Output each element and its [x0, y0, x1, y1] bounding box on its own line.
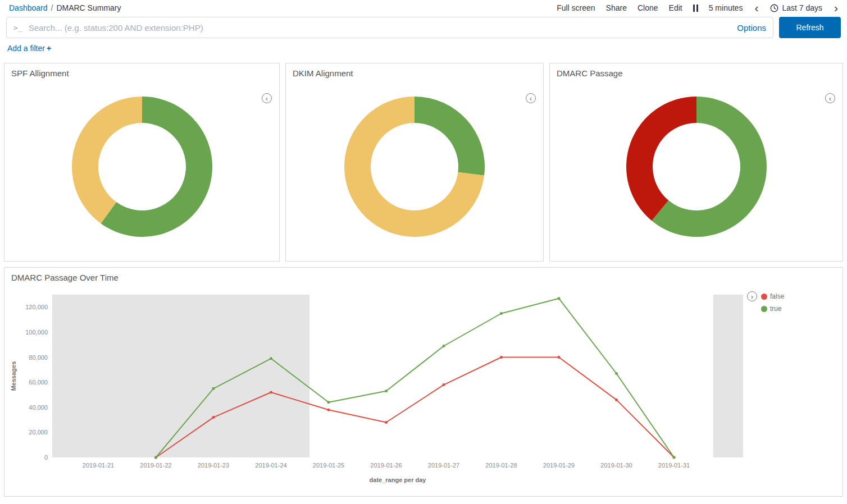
x-axis-tick-label: 2019-01-23 [198, 462, 229, 469]
x-axis-tick-label: 2019-01-31 [658, 462, 690, 469]
pause-bar [693, 4, 695, 12]
y-axis-tick-label: 100,000 [25, 329, 48, 336]
search-bar: >_ Options Refresh [0, 17, 847, 38]
refresh-interval-button[interactable]: 5 minutes [709, 3, 743, 12]
data-point[interactable] [673, 456, 676, 459]
y-axis-tick-label: 60,000 [29, 379, 48, 386]
y-axis-tick-label: 40,000 [29, 404, 48, 411]
y-axis-tick-label: 120,000 [25, 304, 48, 310]
donut-segment[interactable] [626, 97, 696, 221]
time-range-label: Last 7 days [782, 3, 822, 12]
data-point[interactable] [327, 401, 330, 404]
data-point[interactable] [327, 409, 330, 411]
legend-toggle-icon[interactable]: › [747, 291, 757, 301]
time-back-icon[interactable]: ‹ [753, 4, 759, 12]
data-point[interactable] [154, 456, 157, 459]
panel-dmarc-passage-over-time: DMARC Passage Over Time 020,00040,00060,… [4, 267, 843, 497]
refresh-button[interactable]: Refresh [779, 17, 841, 38]
y-axis-tick-label: 0 [44, 454, 48, 461]
filter-bar: Add a filter+ [0, 38, 847, 60]
data-point[interactable] [615, 398, 618, 401]
panel-title: DMARC Passage [550, 63, 843, 78]
x-axis-tick-label: 2019-01-25 [313, 462, 344, 469]
data-point[interactable] [500, 312, 503, 315]
time-range-button[interactable]: Last 7 days [770, 3, 822, 12]
add-filter-label: Add a filter [7, 44, 45, 53]
legend-item-false[interactable]: false [761, 292, 784, 300]
options-link[interactable]: Options [737, 23, 766, 33]
x-axis-tick-label: 2019-01-24 [255, 462, 286, 469]
panel-dkim-alignment: DKIM Alignment ‹ [285, 63, 544, 262]
donut-segment[interactable] [415, 97, 485, 176]
legend-toggle-icon[interactable]: ‹ [825, 93, 835, 103]
plus-icon: + [47, 44, 51, 53]
dmarc-donut-chart[interactable] [623, 94, 769, 240]
pause-refresh-icon[interactable] [693, 4, 698, 12]
panel-title: DKIM Alignment [286, 63, 543, 78]
top-navigation-bar: Dashboard / DMARC Summary Full screen Sh… [0, 0, 847, 15]
x-axis-tick-label: 2019-01-28 [485, 462, 517, 469]
y-axis-title: Messages [10, 361, 17, 391]
full-screen-button[interactable]: Full screen [557, 3, 595, 12]
x-axis-title: date_range per day [370, 476, 427, 483]
share-button[interactable]: Share [606, 3, 627, 12]
panel-title: DMARC Passage Over Time [4, 268, 843, 282]
data-point[interactable] [385, 390, 388, 392]
legend-dot-true [761, 306, 767, 312]
breadcrumb: Dashboard / DMARC Summary [9, 3, 121, 12]
edit-button[interactable]: Edit [669, 3, 682, 12]
spf-donut-chart[interactable] [69, 94, 215, 240]
pause-bar [696, 4, 698, 12]
timeseries-chart-area: 020,00040,00060,00080,000100,000120,0002… [4, 289, 843, 487]
data-point[interactable] [270, 357, 272, 360]
data-point[interactable] [212, 416, 215, 419]
chart-legend: › false true [747, 291, 784, 313]
legend-items: false true [761, 292, 784, 313]
dkim-donut-chart[interactable] [341, 94, 488, 240]
x-axis-tick-label: 2019-01-29 [543, 462, 575, 469]
x-axis-tick-label: 2019-01-27 [428, 462, 459, 469]
panel-spf-allignment: SPF Allignment ‹ [4, 63, 280, 262]
clone-button[interactable]: Clone [637, 3, 658, 12]
dashboard-actions: Full screen Share Clone Edit 5 minutes ‹… [557, 3, 839, 12]
breadcrumb-separator: / [51, 3, 53, 12]
y-axis-tick-label: 20,000 [29, 429, 48, 436]
donut-segment[interactable] [71, 97, 142, 223]
search-box: >_ Options [6, 17, 773, 38]
add-filter-link[interactable]: Add a filter+ [7, 44, 51, 53]
legend-dot-false [761, 294, 767, 300]
breadcrumb-current-page: DMARC Summary [56, 3, 121, 12]
data-point[interactable] [558, 356, 561, 359]
time-forward-icon[interactable]: › [833, 4, 839, 12]
data-point[interactable] [385, 421, 388, 424]
legend-toggle-icon[interactable]: ‹ [526, 93, 536, 103]
data-point[interactable] [212, 387, 215, 390]
x-axis-tick-label: 2019-01-21 [83, 462, 114, 469]
x-axis-tick-label: 2019-01-26 [370, 462, 402, 469]
data-point[interactable] [270, 391, 272, 394]
data-point[interactable] [615, 372, 618, 375]
time-range-shaded-region [713, 295, 743, 457]
data-point[interactable] [558, 297, 561, 300]
clock-icon [770, 4, 778, 12]
breadcrumb-dashboard-link[interactable]: Dashboard [9, 3, 48, 12]
legend-label: true [770, 305, 782, 313]
legend-item-true[interactable]: true [761, 305, 784, 313]
time-range-shaded-region [52, 295, 309, 457]
y-axis-tick-label: 80,000 [29, 354, 48, 361]
console-prompt-icon: >_ [13, 24, 22, 32]
dashboard-panels-row: SPF Allignment ‹ DKIM Alignment ‹ DMARC … [0, 63, 847, 262]
data-point[interactable] [500, 356, 503, 359]
legend-label: false [770, 292, 784, 300]
x-axis-tick-label: 2019-01-30 [600, 462, 632, 469]
timeseries-line-chart[interactable]: 020,00040,00060,00080,000100,000120,0002… [4, 289, 752, 487]
panel-dmarc-passage: DMARC Passage ‹ [549, 63, 843, 262]
legend-toggle-icon[interactable]: ‹ [262, 93, 272, 103]
data-point[interactable] [443, 383, 445, 386]
data-point[interactable] [443, 345, 445, 347]
search-input[interactable] [28, 22, 732, 33]
x-axis-tick-label: 2019-01-22 [140, 462, 171, 469]
panel-title: SPF Allignment [4, 63, 279, 78]
